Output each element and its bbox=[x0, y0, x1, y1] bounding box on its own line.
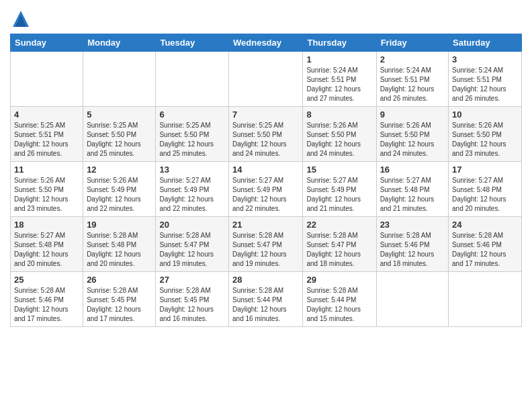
calendar-header: SundayMondayTuesdayWednesdayThursdayFrid… bbox=[11, 34, 522, 52]
weekday-header-monday: Monday bbox=[83, 34, 156, 52]
day-number: 5 bbox=[87, 109, 152, 120]
weekday-header-friday: Friday bbox=[376, 34, 448, 52]
day-number: 28 bbox=[232, 275, 299, 285]
day-detail: Sunrise: 5:25 AM Sunset: 5:50 PM Dayligh… bbox=[232, 121, 299, 158]
day-detail: Sunrise: 5:27 AM Sunset: 5:49 PM Dayligh… bbox=[232, 176, 299, 214]
day-detail: Sunrise: 5:25 AM Sunset: 5:50 PM Dayligh… bbox=[159, 121, 225, 158]
calendar-cell bbox=[83, 52, 156, 107]
calendar-cell: 17Sunrise: 5:27 AM Sunset: 5:48 PM Dayli… bbox=[449, 162, 522, 217]
day-detail: Sunrise: 5:26 AM Sunset: 5:49 PM Dayligh… bbox=[87, 176, 152, 214]
calendar-cell: 21Sunrise: 5:28 AM Sunset: 5:47 PM Dayli… bbox=[229, 217, 303, 272]
calendar-cell: 10Sunrise: 5:26 AM Sunset: 5:50 PM Dayli… bbox=[449, 107, 522, 162]
day-number: 10 bbox=[452, 109, 518, 120]
day-number: 3 bbox=[452, 54, 518, 64]
day-detail: Sunrise: 5:28 AM Sunset: 5:47 PM Dayligh… bbox=[159, 231, 225, 269]
day-detail: Sunrise: 5:27 AM Sunset: 5:48 PM Dayligh… bbox=[380, 176, 445, 214]
day-detail: Sunrise: 5:27 AM Sunset: 5:48 PM Dayligh… bbox=[14, 231, 79, 269]
weekday-header-sunday: Sunday bbox=[11, 34, 83, 52]
day-detail: Sunrise: 5:28 AM Sunset: 5:46 PM Dayligh… bbox=[380, 231, 445, 269]
calendar-cell: 22Sunrise: 5:28 AM Sunset: 5:47 PM Dayli… bbox=[303, 217, 376, 272]
day-detail: Sunrise: 5:28 AM Sunset: 5:46 PM Dayligh… bbox=[14, 286, 79, 324]
day-number: 6 bbox=[159, 109, 225, 120]
day-number: 17 bbox=[452, 165, 518, 175]
calendar-cell: 1Sunrise: 5:24 AM Sunset: 5:51 PM Daylig… bbox=[303, 52, 376, 107]
calendar-cell: 27Sunrise: 5:28 AM Sunset: 5:45 PM Dayli… bbox=[156, 272, 229, 327]
calendar-cell: 19Sunrise: 5:28 AM Sunset: 5:48 PM Dayli… bbox=[83, 217, 156, 272]
calendar-cell: 11Sunrise: 5:26 AM Sunset: 5:50 PM Dayli… bbox=[11, 162, 83, 217]
calendar-cell: 2Sunrise: 5:24 AM Sunset: 5:51 PM Daylig… bbox=[376, 52, 448, 107]
day-number: 12 bbox=[87, 165, 152, 175]
calendar-cell bbox=[376, 272, 448, 327]
day-detail: Sunrise: 5:28 AM Sunset: 5:44 PM Dayligh… bbox=[232, 286, 299, 324]
day-number: 21 bbox=[232, 220, 299, 230]
day-number: 15 bbox=[306, 165, 372, 175]
calendar-week-4: 18Sunrise: 5:27 AM Sunset: 5:48 PM Dayli… bbox=[11, 217, 522, 272]
day-detail: Sunrise: 5:24 AM Sunset: 5:51 PM Dayligh… bbox=[306, 66, 372, 103]
calendar-cell: 8Sunrise: 5:26 AM Sunset: 5:50 PM Daylig… bbox=[303, 107, 376, 162]
day-number: 11 bbox=[14, 165, 79, 175]
day-detail: Sunrise: 5:27 AM Sunset: 5:48 PM Dayligh… bbox=[452, 176, 518, 214]
day-detail: Sunrise: 5:28 AM Sunset: 5:45 PM Dayligh… bbox=[159, 286, 225, 324]
day-number: 18 bbox=[14, 220, 79, 230]
day-detail: Sunrise: 5:27 AM Sunset: 5:49 PM Dayligh… bbox=[306, 176, 372, 214]
day-number: 9 bbox=[380, 109, 445, 120]
day-detail: Sunrise: 5:28 AM Sunset: 5:46 PM Dayligh… bbox=[452, 231, 518, 269]
calendar-cell: 5Sunrise: 5:25 AM Sunset: 5:50 PM Daylig… bbox=[83, 107, 156, 162]
day-detail: Sunrise: 5:28 AM Sunset: 5:47 PM Dayligh… bbox=[306, 231, 372, 269]
weekday-header-wednesday: Wednesday bbox=[229, 34, 303, 52]
calendar-week-2: 4Sunrise: 5:25 AM Sunset: 5:51 PM Daylig… bbox=[11, 107, 522, 162]
day-detail: Sunrise: 5:24 AM Sunset: 5:51 PM Dayligh… bbox=[452, 66, 518, 103]
day-detail: Sunrise: 5:28 AM Sunset: 5:45 PM Dayligh… bbox=[87, 286, 152, 324]
day-number: 20 bbox=[159, 220, 225, 230]
calendar-cell: 3Sunrise: 5:24 AM Sunset: 5:51 PM Daylig… bbox=[449, 52, 522, 107]
calendar-week-1: 1Sunrise: 5:24 AM Sunset: 5:51 PM Daylig… bbox=[11, 52, 522, 107]
calendar-table: SundayMondayTuesdayWednesdayThursdayFrid… bbox=[10, 34, 522, 327]
weekday-header-saturday: Saturday bbox=[449, 34, 522, 52]
calendar-cell bbox=[449, 272, 522, 327]
weekday-header-tuesday: Tuesday bbox=[156, 34, 229, 52]
weekday-header-row: SundayMondayTuesdayWednesdayThursdayFrid… bbox=[11, 34, 522, 52]
calendar-cell: 20Sunrise: 5:28 AM Sunset: 5:47 PM Dayli… bbox=[156, 217, 229, 272]
calendar-week-5: 25Sunrise: 5:28 AM Sunset: 5:46 PM Dayli… bbox=[11, 272, 522, 327]
calendar-cell: 14Sunrise: 5:27 AM Sunset: 5:49 PM Dayli… bbox=[229, 162, 303, 217]
calendar-cell bbox=[229, 52, 303, 107]
day-number: 4 bbox=[14, 109, 79, 120]
weekday-header-thursday: Thursday bbox=[303, 34, 376, 52]
calendar-cell: 7Sunrise: 5:25 AM Sunset: 5:50 PM Daylig… bbox=[229, 107, 303, 162]
day-detail: Sunrise: 5:26 AM Sunset: 5:50 PM Dayligh… bbox=[14, 176, 79, 214]
calendar-cell: 29Sunrise: 5:28 AM Sunset: 5:44 PM Dayli… bbox=[303, 272, 376, 327]
calendar-cell bbox=[11, 52, 83, 107]
day-detail: Sunrise: 5:25 AM Sunset: 5:50 PM Dayligh… bbox=[87, 121, 152, 158]
calendar-cell: 18Sunrise: 5:27 AM Sunset: 5:48 PM Dayli… bbox=[11, 217, 83, 272]
day-number: 23 bbox=[380, 220, 445, 230]
day-number: 13 bbox=[159, 165, 225, 175]
calendar-cell: 4Sunrise: 5:25 AM Sunset: 5:51 PM Daylig… bbox=[11, 107, 83, 162]
day-number: 19 bbox=[87, 220, 152, 230]
day-number: 8 bbox=[306, 109, 372, 120]
day-number: 1 bbox=[306, 54, 372, 64]
calendar-cell: 6Sunrise: 5:25 AM Sunset: 5:50 PM Daylig… bbox=[156, 107, 229, 162]
day-number: 16 bbox=[380, 165, 445, 175]
calendar-cell: 13Sunrise: 5:27 AM Sunset: 5:49 PM Dayli… bbox=[156, 162, 229, 217]
day-number: 27 bbox=[159, 275, 225, 285]
calendar-body: 1Sunrise: 5:24 AM Sunset: 5:51 PM Daylig… bbox=[11, 52, 522, 327]
day-detail: Sunrise: 5:28 AM Sunset: 5:48 PM Dayligh… bbox=[87, 231, 152, 269]
day-number: 2 bbox=[380, 54, 445, 64]
day-number: 24 bbox=[452, 220, 518, 230]
logo bbox=[10, 9, 30, 28]
day-number: 22 bbox=[306, 220, 372, 230]
day-number: 25 bbox=[14, 275, 79, 285]
day-number: 29 bbox=[306, 275, 372, 285]
calendar-cell: 24Sunrise: 5:28 AM Sunset: 5:46 PM Dayli… bbox=[449, 217, 522, 272]
calendar-cell: 28Sunrise: 5:28 AM Sunset: 5:44 PM Dayli… bbox=[229, 272, 303, 327]
header bbox=[10, 7, 522, 28]
day-detail: Sunrise: 5:28 AM Sunset: 5:44 PM Dayligh… bbox=[306, 286, 372, 324]
day-detail: Sunrise: 5:25 AM Sunset: 5:51 PM Dayligh… bbox=[14, 121, 79, 158]
day-number: 14 bbox=[232, 165, 299, 175]
calendar-cell: 16Sunrise: 5:27 AM Sunset: 5:48 PM Dayli… bbox=[376, 162, 448, 217]
day-detail: Sunrise: 5:26 AM Sunset: 5:50 PM Dayligh… bbox=[452, 121, 518, 158]
calendar-cell: 26Sunrise: 5:28 AM Sunset: 5:45 PM Dayli… bbox=[83, 272, 156, 327]
logo-icon bbox=[11, 9, 30, 28]
day-number: 26 bbox=[87, 275, 152, 285]
calendar-cell: 12Sunrise: 5:26 AM Sunset: 5:49 PM Dayli… bbox=[83, 162, 156, 217]
